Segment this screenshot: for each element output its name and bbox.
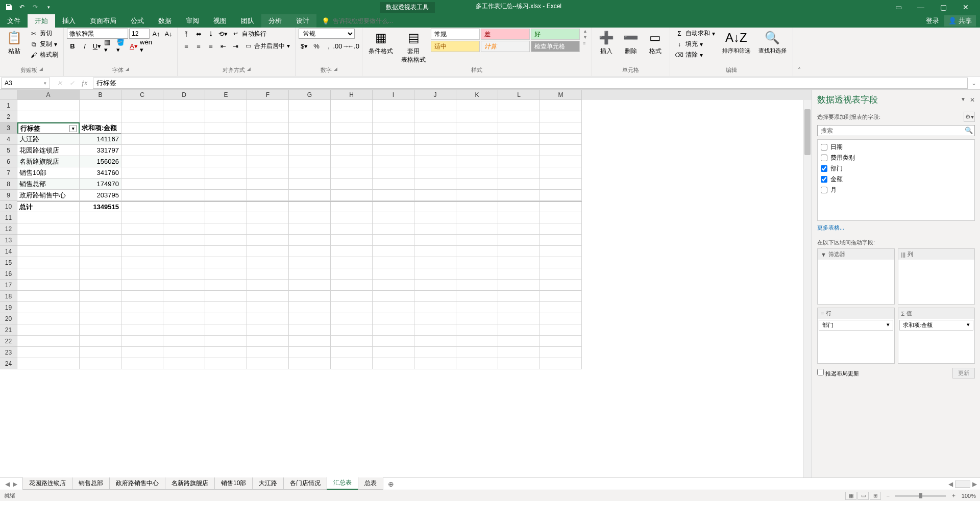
pane-gear-icon[interactable]: ⚙▾ — [964, 112, 975, 122]
sheet-tab[interactable]: 大江路 — [252, 477, 284, 490]
cell[interactable]: 141167 — [80, 134, 121, 145]
row-header[interactable]: 13 — [0, 235, 17, 246]
cell[interactable] — [414, 313, 456, 324]
cell[interactable] — [121, 235, 163, 246]
decrease-indent-icon[interactable]: ⇤ — [217, 41, 229, 51]
cell[interactable] — [540, 324, 582, 336]
tab-team[interactable]: 团队 — [234, 14, 261, 28]
cell[interactable] — [498, 201, 540, 212]
cell[interactable] — [414, 179, 456, 190]
format-as-table-button[interactable]: ▤套用 表格格式 — [398, 29, 429, 65]
cell[interactable] — [80, 257, 121, 268]
cell[interactable] — [17, 336, 80, 347]
cell[interactable] — [163, 291, 205, 302]
cell[interactable] — [121, 212, 163, 223]
cell[interactable] — [456, 257, 498, 268]
cell[interactable] — [247, 167, 289, 179]
cell[interactable] — [289, 313, 331, 324]
cell[interactable] — [456, 134, 498, 145]
cell[interactable] — [498, 111, 540, 122]
cell[interactable] — [163, 246, 205, 257]
tab-data[interactable]: 数据 — [151, 14, 179, 28]
formula-bar[interactable]: 行标签 — [93, 78, 968, 89]
cell[interactable]: 203795 — [80, 190, 121, 201]
cell[interactable] — [121, 100, 163, 111]
cell[interactable] — [456, 358, 498, 369]
cell[interactable] — [540, 291, 582, 302]
paste-button[interactable]: 📋 粘贴 — [3, 29, 26, 57]
cell[interactable] — [205, 313, 247, 324]
cell[interactable] — [247, 111, 289, 122]
cell[interactable] — [373, 111, 414, 122]
italic-button[interactable]: I — [79, 41, 90, 51]
cell[interactable] — [289, 280, 331, 291]
cell[interactable] — [540, 111, 582, 122]
cell[interactable] — [331, 235, 373, 246]
cell[interactable] — [331, 167, 373, 179]
cell[interactable] — [247, 190, 289, 201]
cell[interactable] — [247, 268, 289, 280]
cell[interactable] — [331, 280, 373, 291]
cell[interactable]: 总计 — [17, 201, 80, 212]
cell[interactable] — [456, 156, 498, 167]
cell[interactable] — [17, 313, 80, 324]
cell[interactable] — [331, 291, 373, 302]
cell[interactable] — [163, 302, 205, 313]
align-middle-icon[interactable]: ⬌ — [193, 29, 204, 39]
cell[interactable] — [80, 212, 121, 223]
cell[interactable] — [456, 268, 498, 280]
cell[interactable] — [205, 324, 247, 336]
cell[interactable]: 销售总部 — [17, 179, 80, 190]
cell[interactable] — [121, 336, 163, 347]
cell[interactable] — [80, 111, 121, 122]
cell[interactable] — [331, 145, 373, 156]
cell[interactable] — [540, 336, 582, 347]
cell[interactable] — [205, 100, 247, 111]
row-header[interactable]: 19 — [0, 302, 17, 313]
number-launcher-icon[interactable]: ◢ — [334, 66, 337, 74]
cell[interactable] — [17, 324, 80, 336]
cell[interactable] — [121, 122, 163, 134]
cell[interactable] — [373, 134, 414, 145]
cell[interactable] — [414, 145, 456, 156]
cell[interactable] — [498, 223, 540, 235]
cell[interactable] — [163, 179, 205, 190]
sheet-tab[interactable]: 汇总表 — [327, 477, 358, 490]
cell[interactable] — [247, 235, 289, 246]
cell[interactable] — [540, 190, 582, 201]
tab-analyze[interactable]: 分析 — [261, 14, 289, 28]
zoom-slider[interactable] — [895, 495, 946, 497]
style-bad[interactable]: 差 — [481, 29, 530, 40]
cell[interactable] — [456, 246, 498, 257]
area-filters[interactable]: ▼筛选器 — [817, 248, 895, 305]
cell[interactable]: 求和项:金额 — [80, 122, 121, 134]
cell[interactable] — [373, 156, 414, 167]
cell[interactable] — [373, 122, 414, 134]
tab-home[interactable]: 开始 — [28, 14, 55, 28]
cell[interactable] — [414, 134, 456, 145]
cell[interactable] — [163, 313, 205, 324]
cell[interactable] — [121, 179, 163, 190]
cell[interactable] — [540, 246, 582, 257]
cell[interactable] — [540, 134, 582, 145]
cell[interactable] — [540, 179, 582, 190]
cell[interactable] — [17, 100, 80, 111]
cell[interactable] — [80, 313, 121, 324]
cell[interactable] — [121, 358, 163, 369]
row-header[interactable]: 8 — [0, 179, 17, 190]
fill-button[interactable]: ↓填充 ▾ — [673, 39, 717, 49]
cell[interactable] — [498, 313, 540, 324]
cell[interactable] — [456, 235, 498, 246]
wrap-text-button[interactable]: ↵自动换行 — [230, 29, 268, 39]
increase-font-icon[interactable]: A↑ — [151, 29, 162, 39]
orientation-icon[interactable]: ⟲▾ — [217, 29, 229, 39]
cell[interactable] — [205, 190, 247, 201]
align-left-icon[interactable]: ≡ — [181, 41, 192, 51]
row-header[interactable]: 20 — [0, 313, 17, 324]
clear-button[interactable]: ⌫清除 ▾ — [673, 50, 717, 60]
style-normal[interactable]: 常规 — [431, 29, 480, 40]
cell[interactable] — [331, 336, 373, 347]
increase-decimal-icon[interactable]: .00→ — [335, 41, 347, 51]
cell[interactable] — [289, 167, 331, 179]
cell[interactable] — [540, 358, 582, 369]
